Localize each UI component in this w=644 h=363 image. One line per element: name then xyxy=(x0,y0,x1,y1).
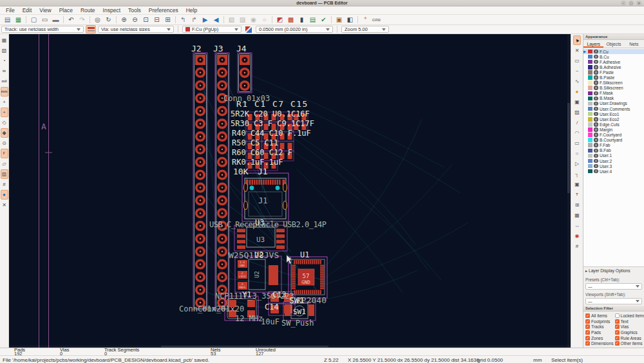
library-check-button[interactable]: ✔ xyxy=(318,15,329,24)
layer-color-swatch[interactable] xyxy=(588,122,592,127)
filter-pads[interactable]: ✓Pads xyxy=(585,330,615,335)
zone-fracture-button[interactable]: ▥ xyxy=(1,169,8,179)
layer-row-user-4[interactable]: User.4 xyxy=(583,169,644,174)
tab-nets[interactable]: Nets xyxy=(624,40,644,48)
plot-button[interactable]: ▬ xyxy=(50,15,61,24)
grid-override-button[interactable]: ▧ xyxy=(1,46,8,55)
layer-display-options[interactable]: ▸Layer Display Options xyxy=(585,268,642,276)
pcb-label[interactable]: J3 xyxy=(213,44,223,53)
layer-row-b-courtyard[interactable]: B.Courtyard xyxy=(583,138,644,143)
footprint-j2[interactable] xyxy=(193,53,207,310)
pcb-label[interactable]: U2 xyxy=(254,250,263,259)
layer-row-user-2[interactable]: User.2 xyxy=(583,158,644,163)
layer-row-b-adhesive[interactable]: B.Adhesive xyxy=(583,64,644,70)
filter-zones[interactable]: ✓Zones xyxy=(585,335,615,341)
pcb-label[interactable]: 10K xyxy=(233,167,249,176)
layer-row-user-drawings[interactable]: User.Drawings xyxy=(583,101,644,106)
layer-visibility-eye-icon[interactable] xyxy=(594,97,598,101)
layer-color-swatch[interactable] xyxy=(588,60,592,64)
layer-color-swatch[interactable] xyxy=(588,65,592,70)
filter-text[interactable]: ✓Text xyxy=(615,319,644,324)
route-diffpair-button[interactable]: ~ xyxy=(573,66,581,76)
route-track-button[interactable]: ▭ xyxy=(573,56,581,66)
filter-dimensions[interactable]: ✓Dimensions xyxy=(585,340,615,346)
pcb-label[interactable]: Y1 xyxy=(242,290,251,299)
reload-footprints-button[interactable]: ▣ xyxy=(334,15,345,24)
layer-visibility-eye-icon[interactable] xyxy=(594,138,598,142)
ratsnest-hide-button[interactable]: ◇ xyxy=(1,118,8,127)
footprint-editor-button[interactable]: ▩ xyxy=(285,15,296,24)
layer-color-swatch[interactable] xyxy=(588,143,592,147)
checkbox[interactable]: ✓ xyxy=(615,319,620,324)
checkbox[interactable]: ✓ xyxy=(585,330,590,335)
filter-rule-areas[interactable]: ✓Rule Areas xyxy=(615,335,644,341)
menu-tools[interactable]: Tools xyxy=(124,7,145,14)
high-contrast-button[interactable]: ◧ xyxy=(345,15,355,24)
select-tool-button[interactable]: ▲ xyxy=(573,35,581,45)
menu-preferences[interactable]: Preferences xyxy=(145,7,182,14)
checkbox[interactable] xyxy=(615,313,620,318)
pcb-label[interactable]: USB_C_Receptacle USB2.0_14P xyxy=(209,220,327,229)
layer-visibility-eye-icon[interactable] xyxy=(594,60,598,64)
flip-button[interactable]: ▶ xyxy=(200,15,211,24)
update-pcb-button[interactable]: ▮ xyxy=(296,15,307,24)
unlock-button[interactable]: ○ xyxy=(259,15,270,24)
measure-button[interactable]: # xyxy=(573,241,581,251)
layer-visibility-eye-icon[interactable] xyxy=(594,112,598,116)
pcb-label[interactable]: C14 xyxy=(265,302,279,312)
pcb-label[interactable]: Conn_01x20 xyxy=(198,304,244,313)
pcb-label[interactable]: VBUS xyxy=(239,286,246,289)
layer-visibility-eye-icon[interactable] xyxy=(594,122,598,127)
save-button[interactable]: ▤ xyxy=(2,15,13,24)
zone-fill-button[interactable]: F xyxy=(1,149,8,158)
filter-other-items[interactable]: ✓Other items xyxy=(615,340,644,346)
add-via-button[interactable]: ● xyxy=(573,87,581,97)
pcb-label[interactable]: U1 xyxy=(300,250,309,259)
zoom-select[interactable]: Zoom 5.00 xyxy=(341,26,389,33)
menu-help[interactable]: Help xyxy=(182,7,201,14)
tune-length-button[interactable]: ∿ xyxy=(573,77,581,86)
layer-row-user-3[interactable]: User.3 xyxy=(583,163,644,169)
draw-rect-button[interactable]: ▭ xyxy=(573,138,581,148)
checkbox[interactable]: ✓ xyxy=(585,341,590,346)
layer-row-user-1[interactable]: User.1 xyxy=(583,153,644,158)
ungroup-button[interactable]: ▨ xyxy=(237,15,248,24)
layer-color-swatch[interactable] xyxy=(588,86,592,90)
pcb-label[interactable]: +3V3 xyxy=(239,275,246,278)
checkbox[interactable]: ✓ xyxy=(615,341,620,346)
layer-visibility-eye-icon[interactable] xyxy=(594,159,598,163)
checkbox[interactable]: ✓ xyxy=(585,319,590,324)
pcb-label[interactable]: GND xyxy=(301,279,310,285)
add-zone-button[interactable]: ▨ xyxy=(573,107,581,117)
layer-color-swatch[interactable] xyxy=(588,117,592,122)
pcb-label[interactable]: 12 MHz xyxy=(235,314,263,323)
rotate-cw-button[interactable]: ↱ xyxy=(189,15,200,24)
layer-color-swatch[interactable] xyxy=(588,107,592,111)
ratsnest-curved-button[interactable]: ◆ xyxy=(1,128,8,138)
pcb-label[interactable]: R40 C44 C10 F.1uF xyxy=(232,129,311,138)
cursor-small-button[interactable]: + xyxy=(1,97,8,107)
grid-select[interactable]: 0.0500 mm (0.0020 in) xyxy=(256,26,333,33)
via-size-select[interactable]: Via: use netclass sizes xyxy=(98,26,174,33)
layer-color-swatch[interactable] xyxy=(588,70,592,75)
pad-numbers-button[interactable]: # xyxy=(1,180,8,189)
mirror-button[interactable]: ◀ xyxy=(211,15,222,24)
net-highlight-button[interactable]: ⊙ xyxy=(1,138,8,148)
layer-visibility-eye-icon[interactable] xyxy=(594,149,598,153)
pcb-label[interactable]: U2 xyxy=(254,271,260,278)
layer-row-user-comments[interactable]: User.Comments xyxy=(583,106,644,111)
layer-visibility-eye-icon[interactable] xyxy=(594,102,598,106)
group-button[interactable]: ▧ xyxy=(226,15,237,24)
pcb-label[interactable]: U3 xyxy=(256,236,265,244)
layer-visibility-eye-icon[interactable] xyxy=(594,86,598,90)
inactive-layer-dim-button[interactable]: ● xyxy=(1,190,8,200)
layer-color-swatch[interactable] xyxy=(588,127,592,132)
add-image-button[interactable]: ▣ xyxy=(573,180,581,189)
drill-origin-button[interactable]: ◉ xyxy=(573,231,581,241)
menu-view[interactable]: View xyxy=(35,7,55,14)
polar-coords-button[interactable]: ◔ xyxy=(1,56,8,66)
zoom-in-button[interactable]: ⊕ xyxy=(118,15,129,24)
layer-row-f-mask[interactable]: F.Mask xyxy=(583,91,644,96)
add-footprint-button[interactable]: ▣ xyxy=(573,97,581,107)
tab-objects[interactable]: Objects xyxy=(603,40,623,48)
